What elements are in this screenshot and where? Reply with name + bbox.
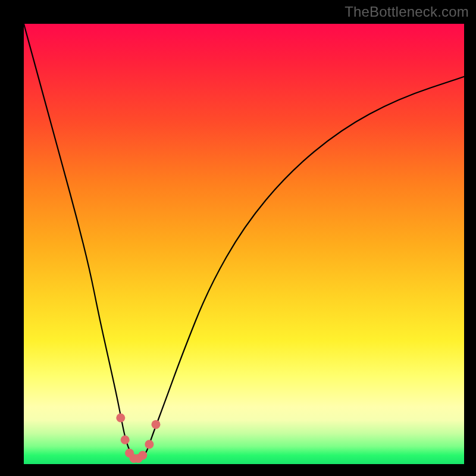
bottleneck-curve [24,24,464,459]
plot-area [24,24,464,464]
curve-marker [121,436,130,444]
chart-frame: TheBottleneck.com [0,0,476,476]
watermark-text: TheBottleneck.com [345,4,469,20]
curve-marker [145,440,154,449]
curve-minimum-markers [116,414,160,463]
curve-marker [152,420,161,429]
curve-marker [138,451,147,460]
bottleneck-curve-svg [24,24,464,464]
curve-marker [116,414,125,422]
